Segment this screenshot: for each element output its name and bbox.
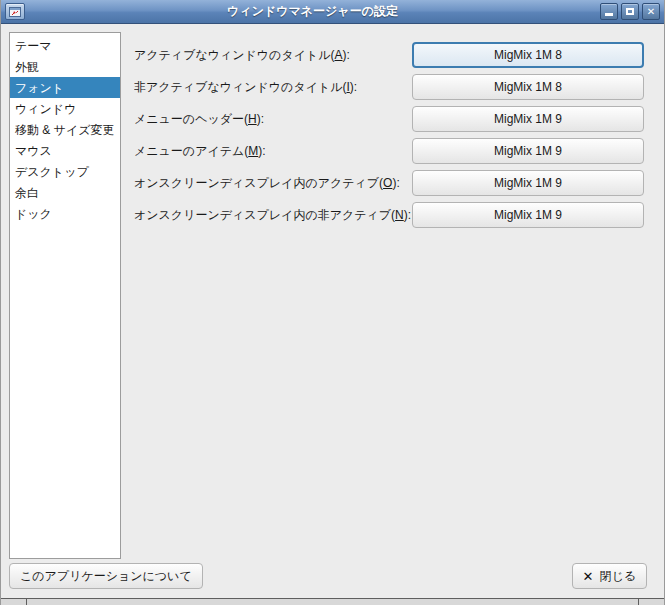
close-button-icon: ✕ xyxy=(583,569,594,584)
font-row-active-title: アクティブなウィンドウのタイトル(A): MigMix 1M 8 xyxy=(134,39,644,71)
osd-active-label: オンスクリーンディスプレイ内のアクティブ(O): xyxy=(134,175,412,192)
window-title: ウィンドウマネージャーの設定 xyxy=(25,3,600,20)
close-button-label: 閉じる xyxy=(599,568,636,585)
sidebar-item-window[interactable]: ウィンドウ xyxy=(10,98,120,119)
font-button-osd-active[interactable]: MigMix 1M 9 xyxy=(412,170,644,196)
font-row-inactive-title: 非アクティブなウィンドウのタイトル(I): MigMix 1M 8 xyxy=(134,71,644,103)
font-row-osd-inactive: オンスクリーンディスプレイ内の非アクティブ(N): MigMix 1M 9 xyxy=(134,199,644,231)
font-button-menu-header[interactable]: MigMix 1M 9 xyxy=(412,106,644,132)
menu-item-label: メニューのアイテム(M): xyxy=(134,143,412,160)
sidebar-item-desktop[interactable]: デスクトップ xyxy=(10,161,120,182)
minimize-button[interactable] xyxy=(600,3,618,20)
active-title-label: アクティブなウィンドウのタイトル(A): xyxy=(134,47,412,64)
window-menu-button[interactable] xyxy=(5,3,25,20)
font-row-osd-active: オンスクリーンディスプレイ内のアクティブ(O): MigMix 1M 9 xyxy=(134,167,644,199)
window-manager-settings-dialog: ウィンドウマネージャーの設定 ✕ テーマ 外観 フォント ウィンドウ 移動 & … xyxy=(0,0,665,605)
window-resize-border[interactable] xyxy=(1,598,664,605)
sidebar-item-appearance[interactable]: 外観 xyxy=(10,56,120,77)
minimize-icon xyxy=(605,13,613,16)
maximize-icon xyxy=(626,8,634,15)
sidebar-item-font[interactable]: フォント xyxy=(10,77,120,98)
close-icon: ✕ xyxy=(647,7,655,17)
close-dialog-button[interactable]: ✕ 閉じる xyxy=(572,563,647,589)
resize-grip-right xyxy=(638,599,639,605)
window-controls: ✕ xyxy=(600,3,660,20)
font-button-inactive-title[interactable]: MigMix 1M 8 xyxy=(412,74,644,100)
dialog-footer: このアプリケーションについて ✕ 閉じる xyxy=(1,559,664,598)
resize-grip-left xyxy=(26,599,27,605)
font-button-menu-item[interactable]: MigMix 1M 9 xyxy=(412,138,644,164)
font-row-menu-header: メニューのヘッダー(H): MigMix 1M 9 xyxy=(134,103,644,135)
main-content: テーマ 外観 フォント ウィンドウ 移動 & サイズ変更 マウス デスクトップ … xyxy=(1,24,664,559)
sidebar-item-dock[interactable]: ドック xyxy=(10,203,120,224)
sidebar-item-move-resize[interactable]: 移動 & サイズ変更 xyxy=(10,119,120,140)
sidebar-item-mouse[interactable]: マウス xyxy=(10,140,120,161)
font-settings-panel: アクティブなウィンドウのタイトル(A): MigMix 1M 8 非アクティブな… xyxy=(121,32,644,559)
titlebar[interactable]: ウィンドウマネージャーの設定 ✕ xyxy=(1,0,664,24)
osd-inactive-label: オンスクリーンディスプレイ内の非アクティブ(N): xyxy=(134,207,412,224)
about-button[interactable]: このアプリケーションについて xyxy=(9,563,203,589)
xfwm-app-icon xyxy=(9,7,21,17)
maximize-button[interactable] xyxy=(621,3,639,20)
settings-category-list: テーマ 外観 フォント ウィンドウ 移動 & サイズ変更 マウス デスクトップ … xyxy=(9,32,121,559)
sidebar-item-theme[interactable]: テーマ xyxy=(10,35,120,56)
close-window-button[interactable]: ✕ xyxy=(642,3,660,20)
inactive-title-label: 非アクティブなウィンドウのタイトル(I): xyxy=(134,79,412,96)
sidebar-item-margins[interactable]: 余白 xyxy=(10,182,120,203)
font-button-active-title[interactable]: MigMix 1M 8 xyxy=(412,42,644,68)
font-row-menu-item: メニューのアイテム(M): MigMix 1M 9 xyxy=(134,135,644,167)
font-button-osd-inactive[interactable]: MigMix 1M 9 xyxy=(412,202,644,228)
menu-header-label: メニューのヘッダー(H): xyxy=(134,111,412,128)
